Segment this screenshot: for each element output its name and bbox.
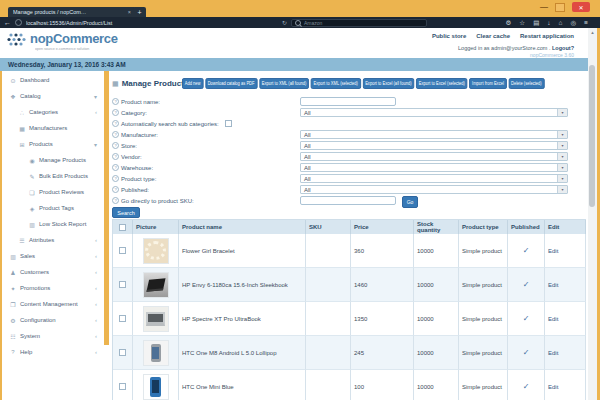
sync-icon[interactable]: ◎	[571, 17, 577, 28]
sidebar-item-low-stock-report[interactable]: ▥Low Stock Report	[2, 216, 104, 232]
row-checkbox[interactable]	[119, 349, 126, 356]
automatically-search-sub-categories-checkbox[interactable]	[225, 120, 232, 127]
new-tab-button[interactable]: +	[133, 7, 146, 17]
filter-label: Automatically search sub categories:	[121, 121, 219, 127]
close-window-button[interactable]: ✕	[572, 2, 590, 12]
sidebar-item-catalog[interactable]: ❖Catalog▾	[2, 88, 104, 104]
menu-icon[interactable]: ≡	[584, 17, 588, 28]
product-name-input[interactable]	[300, 97, 396, 106]
help-icon[interactable]: ?	[112, 120, 119, 127]
delete-selected-button[interactable]: Delete (selected)	[508, 78, 544, 89]
page-scrollbar[interactable]: ▴	[588, 28, 597, 400]
sidebar-item-system[interactable]: ☷System‹	[2, 328, 104, 344]
sidebar-item-categories[interactable]: ∴Categories‹	[2, 104, 104, 120]
download-icon[interactable]: ↓	[547, 17, 550, 28]
category-select[interactable]: All▾	[300, 108, 568, 117]
filter-label-wrap: ?Product type:	[112, 175, 156, 182]
sidebar-item-dashboard[interactable]: ⊙Dashboard	[2, 72, 104, 88]
warehouse-select[interactable]: All▾	[300, 163, 568, 172]
add-new-button[interactable]: Add new	[182, 78, 203, 89]
edit-link[interactable]: Edit	[548, 248, 558, 254]
sidebar-item-customers[interactable]: ♟Customers‹	[2, 264, 104, 280]
go-button[interactable]: Go	[402, 196, 418, 208]
help-icon[interactable]: ?	[112, 131, 119, 138]
home-icon[interactable]: ⌂	[559, 17, 563, 28]
star-icon[interactable]: ☆	[519, 17, 525, 28]
product-type-select[interactable]: All▾	[300, 174, 568, 183]
chevron-down-icon: ▾	[94, 141, 97, 148]
sidebar-item-label: Categories	[29, 109, 58, 115]
help-icon[interactable]: ?	[112, 109, 119, 116]
help-icon[interactable]: ?	[112, 175, 119, 182]
sidebar-item-product-tags[interactable]: ◈Product Tags	[2, 200, 104, 216]
row-checkbox[interactable]	[119, 247, 126, 254]
nopcommerce-logo[interactable]: nopCommerce open source e-commerce solut…	[7, 32, 118, 47]
browser-search-box[interactable]: Amazon	[291, 19, 427, 27]
bookmarks-icon[interactable]: ▤	[533, 17, 539, 28]
select-all-checkbox[interactable]	[119, 224, 126, 231]
tab-close-icon[interactable]: ×	[128, 9, 131, 15]
help-icon[interactable]: ?	[112, 186, 119, 193]
catalog-icon: ❖	[9, 93, 17, 100]
sidebar-item-products[interactable]: ⊞Products▾	[2, 136, 104, 152]
picture-cell	[133, 336, 179, 370]
wrench-icon[interactable]: ⚙	[506, 17, 512, 28]
chevron-down-icon: ▾	[557, 186, 567, 193]
sidebar-item-content-management[interactable]: ❐Content Management‹	[2, 296, 104, 312]
site-info-icon[interactable]	[15, 19, 22, 26]
go-directly-to-product-sku-input[interactable]	[300, 196, 396, 205]
help-icon[interactable]: ?	[112, 164, 119, 171]
sidebar-item-bulk-edit-products[interactable]: ✎Bulk Edit Products	[2, 168, 104, 184]
sidebar-item-manufacturers[interactable]: ▦Manufacturers	[2, 120, 104, 136]
sidebar-item-help[interactable]: ?Help‹	[2, 344, 104, 360]
export-to-excel-selected-button[interactable]: Export to Excel (selected)	[416, 78, 468, 89]
back-icon[interactable]: ←	[4, 17, 11, 28]
configuration-icon: ⚙	[9, 317, 17, 324]
published-check-icon: ✓	[523, 314, 530, 323]
sidebar-item-product-reviews[interactable]: ❏Product Reviews	[2, 184, 104, 200]
export-to-xml-selected-button[interactable]: Export to XML (selected)	[311, 78, 361, 89]
sidebar-item-attributes[interactable]: ☰Attributes‹	[2, 232, 104, 248]
help-icon[interactable]: ?	[112, 98, 119, 105]
sidebar-item-promotions[interactable]: ✦Promotions‹	[2, 280, 104, 296]
vendor-select[interactable]: All▾	[300, 152, 568, 161]
refresh-icon[interactable]: ↻	[282, 19, 287, 26]
import-from-excel-button[interactable]: Import from Excel	[469, 78, 506, 89]
help-icon[interactable]: ?	[112, 197, 119, 204]
minimize-button[interactable]: —	[540, 4, 548, 10]
download-catalog-as-pdf-button[interactable]: Download catalog as PDF	[205, 78, 257, 89]
browser-tab[interactable]: Manage products / nopCom… ×	[8, 7, 136, 17]
export-to-excel-all-found-button[interactable]: Export to Excel (all found)	[362, 78, 414, 89]
row-select-cell	[113, 336, 133, 370]
manufacturer-select[interactable]: All▾	[300, 130, 568, 139]
header-link-clear-cache[interactable]: Clear cache	[476, 33, 510, 39]
filter-label: Vendor:	[121, 154, 142, 160]
product-image-content	[150, 377, 161, 397]
header-link-public-store[interactable]: Public store	[432, 33, 466, 39]
sidebar-item-manage-products[interactable]: ◉Manage Products	[2, 152, 104, 168]
sidebar-item-configuration[interactable]: ⚙Configuration‹	[2, 312, 104, 328]
help-icon[interactable]: ?	[112, 153, 119, 160]
store-select[interactable]: All▾	[300, 141, 568, 150]
header-link-restart-application[interactable]: Restart application	[520, 33, 574, 39]
chevron-left-icon: ‹	[95, 237, 97, 243]
help-icon[interactable]: ?	[112, 142, 119, 149]
scroll-up-icon[interactable]: ▴	[588, 28, 597, 36]
row-checkbox[interactable]	[119, 383, 126, 390]
edit-link[interactable]: Edit	[548, 350, 558, 356]
url-field[interactable]: localhost:15536/Admin/Product/List	[26, 20, 278, 26]
row-checkbox[interactable]	[119, 315, 126, 322]
search-button[interactable]: Search	[112, 207, 140, 218]
scrollbar-thumb[interactable]	[589, 65, 595, 207]
logout-link[interactable]: Logout?	[552, 45, 574, 51]
row-checkbox[interactable]	[119, 281, 126, 288]
edit-link[interactable]: Edit	[548, 384, 558, 390]
edit-link[interactable]: Edit	[548, 316, 558, 322]
row-select-cell	[113, 268, 133, 302]
published-select[interactable]: All▾	[300, 185, 568, 194]
sidebar-item-label: Attributes	[29, 237, 54, 243]
edit-link[interactable]: Edit	[548, 282, 558, 288]
export-to-xml-all-found-button[interactable]: Export to XML (all found)	[259, 78, 309, 89]
sidebar-item-sales[interactable]: ▥Sales‹	[2, 248, 104, 264]
maximize-button[interactable]	[555, 3, 565, 12]
